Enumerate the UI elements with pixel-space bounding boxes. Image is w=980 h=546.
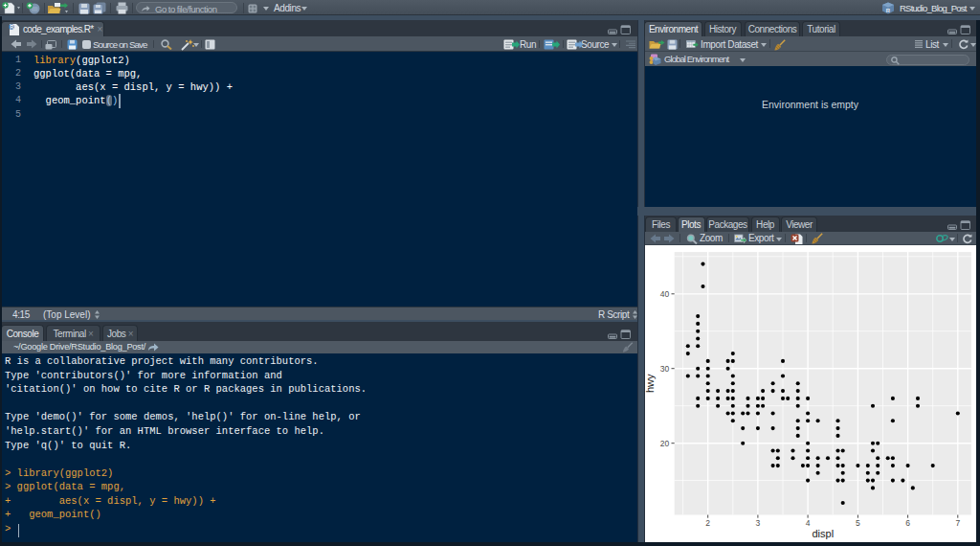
svg-text:7: 7: [955, 517, 960, 527]
svg-text:6: 6: [905, 517, 910, 527]
svg-text:5: 5: [856, 517, 860, 527]
svg-text:40: 40: [660, 288, 670, 298]
svg-text:4: 4: [806, 517, 811, 527]
svg-text:30: 30: [660, 363, 670, 373]
svg-text:R: R: [886, 8, 891, 13]
svg-text:displ: displ: [812, 528, 834, 539]
svg-text:20: 20: [660, 438, 670, 447]
svg-text:2: 2: [705, 517, 710, 527]
svg-text:3: 3: [756, 517, 761, 527]
svg-text:hwy: hwy: [645, 374, 656, 393]
svg-text:R: R: [10, 24, 13, 30]
